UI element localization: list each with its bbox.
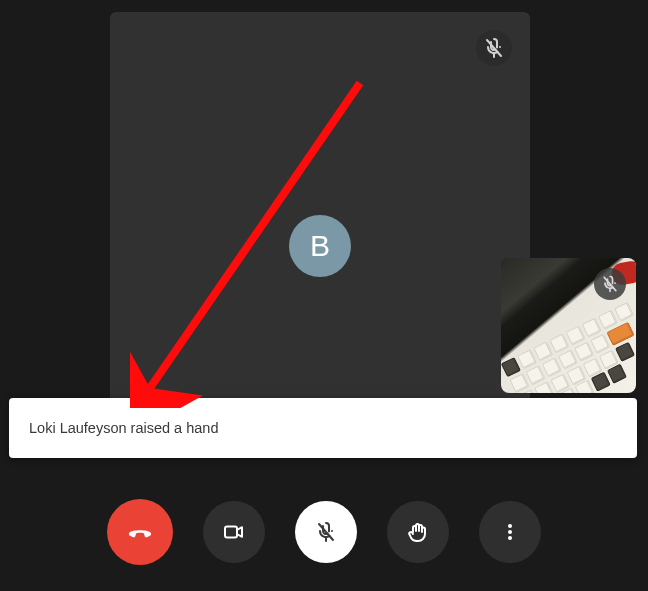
call-controls-bar: [0, 499, 648, 565]
self-muted-badge: [594, 268, 626, 300]
mic-muted-icon: [314, 520, 338, 544]
participant-muted-badge: [476, 30, 512, 66]
raise-hand-button[interactable]: [387, 501, 449, 563]
hangup-button[interactable]: [107, 499, 173, 565]
toggle-camera-button[interactable]: [203, 501, 265, 563]
participant-avatar: B: [289, 215, 351, 277]
self-view-tile[interactable]: [501, 258, 636, 393]
svg-point-9: [508, 530, 512, 534]
toggle-mic-button[interactable]: [295, 501, 357, 563]
camera-icon: [222, 520, 246, 544]
svg-point-10: [508, 536, 512, 540]
avatar-initial: B: [310, 229, 330, 263]
more-icon: [498, 520, 522, 544]
more-options-button[interactable]: [479, 501, 541, 563]
main-participant-tile: B: [110, 12, 530, 456]
raised-hand-notification[interactable]: Loki Laufeyson raised a hand: [9, 398, 637, 458]
svg-point-8: [508, 524, 512, 528]
hand-icon: [406, 520, 430, 544]
notification-text: Loki Laufeyson raised a hand: [29, 420, 218, 436]
mic-muted-icon: [600, 274, 620, 294]
svg-rect-5: [225, 527, 237, 538]
phone-hangup-icon: [125, 517, 155, 547]
mic-muted-icon: [482, 36, 506, 60]
